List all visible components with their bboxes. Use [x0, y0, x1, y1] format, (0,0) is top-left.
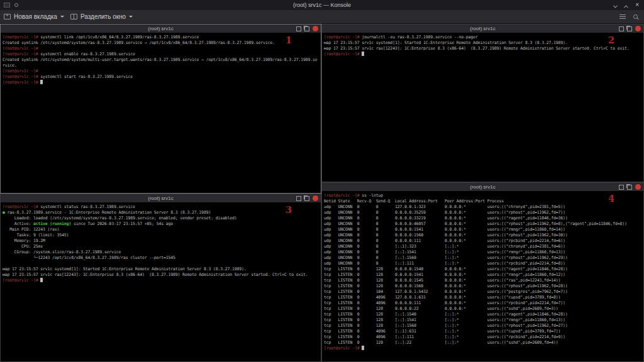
- terminal-line: мар 17 23:15:57 srv1c ras[12243]: 1C:Ent…: [3, 272, 321, 278]
- text-cursor: [40, 278, 43, 282]
- terminal-line: tcp LISTEN 0 4096 127.0.0.1:631 0.0.0.0:…: [324, 295, 643, 300]
- terminal-line: udp UNCONN 0 0 [::1]:323 [::]:* users:((…: [324, 244, 643, 250]
- maximize-pane-icon[interactable]: [296, 196, 301, 201]
- terminal-output[interactable]: 1 [root@srv1c ~]# systemctl link /opt/1c…: [1, 33, 321, 193]
- window-titlebar[interactable]: (root) srv1c — Konsole ×: [0, 0, 644, 10]
- terminal-line: [root@srv1c ~]#: [3, 46, 321, 52]
- terminal-line: tcp LISTEN 0 128 0.0.0.0:1560 0.0.0.0:* …: [324, 283, 643, 289]
- close-pane-icon[interactable]: [313, 26, 318, 31]
- terminal-line: [root@srv1c ~]#: [3, 80, 321, 85]
- maximize-pane-icon[interactable]: [296, 26, 301, 31]
- chevron-down-icon: [129, 16, 133, 18]
- terminal-line: CGroup: /system.slice/ras-8.3.27.1989.se…: [3, 250, 321, 255]
- terminal-line: [root@srv1c ~]# systemctl status ras-8.3…: [3, 204, 321, 210]
- konsole-window: (root) srv1c — Konsole × Новая вкладка Р…: [0, 0, 644, 362]
- annotation-number: 3: [286, 207, 292, 213]
- terminal-line: Loaded: loaded (/etc/systemd/system/ras-…: [3, 216, 321, 221]
- split-pane-area: (root) srv1c 1 [root@srv1c ~]# systemctl…: [0, 24, 644, 362]
- detach-pane-icon[interactable]: [304, 26, 309, 31]
- annotation-number: 1: [286, 38, 292, 43]
- terminal-line: udp UNCONN 0 0 0.0.0.0:46057 0.0.0.0:* u…: [324, 221, 643, 227]
- pane-title: (root) srv1c: [1, 26, 321, 31]
- terminal-line: tcp LISTEN 0 4096 0.0.0.0:111 0.0.0.0:* …: [324, 300, 643, 306]
- terminal-line: rvice.: [3, 63, 321, 69]
- terminal-line: [root@srv1c ~]# systemctl start ras-8.3.…: [3, 74, 321, 80]
- terminal-pane: (root) srv1c 2 [root@srv1c ~]# journalct…: [321, 24, 644, 182]
- new-tab-button[interactable]: Новая вкладка: [4, 13, 64, 20]
- terminal-line: udp UNCONN 0 0 [::]:1541 [::]:* users:((…: [324, 250, 643, 255]
- terminal-line: udp UNCONN 0 0 127.0.0.1:323 0.0.0.0:* u…: [324, 204, 643, 210]
- close-pane-icon[interactable]: [313, 195, 318, 201]
- terminal-line: [root@srv1c ~]#: [3, 69, 321, 74]
- pane-titlebar[interactable]: (root) srv1c: [322, 183, 643, 191]
- terminal-line: мар 17 23:15:57 srv1c ras[12243]: 1C:Ent…: [324, 46, 643, 52]
- search-icon[interactable]: [633, 14, 638, 19]
- minimize-button[interactable]: [614, 0, 617, 11]
- terminal-line: [3, 261, 321, 266]
- close-button[interactable]: ×: [635, 2, 639, 8]
- pane-title: (root) srv1c: [322, 184, 643, 190]
- new-tab-label: Новая вкладка: [14, 13, 57, 20]
- detach-pane-icon[interactable]: [627, 26, 632, 31]
- text-cursor: [362, 346, 364, 350]
- terminal-line: tcp LISTEN 0 128 0.0.0.0:1545 0.0.0.0:* …: [324, 278, 643, 283]
- terminal-line: Netid State Recv-Q Send-Q Local Address:…: [324, 199, 643, 204]
- chevron-down-icon: [60, 16, 64, 18]
- terminal-line: Active: active (running) since Tue 2026-…: [3, 221, 321, 227]
- konsole-app-icon: [4, 3, 10, 8]
- terminal-line: [root@srv1c ~]#: [324, 346, 643, 351]
- terminal-output[interactable]: 3 [root@srv1c ~]# systemctl status ras-8…: [1, 202, 321, 361]
- terminal-line: ● ras-8.3.27.1989.service - 1C:Enterpris…: [3, 210, 321, 216]
- close-pane-icon[interactable]: [635, 26, 641, 31]
- new-tab-icon: [4, 14, 11, 19]
- terminal-line: udp UNCONN 0 0 0.0.0.0:1560 0.0.0.0:* us…: [324, 233, 643, 238]
- terminal-line: мар 17 23:15:57 srv1c systemd[1]: Starte…: [324, 40, 643, 46]
- terminal-line: udp UNCONN 0 0 0.0.0.0:1541 0.0.0.0:* us…: [324, 227, 643, 233]
- terminal-pane: (root) srv1c 4 [root@srv1c ~]# ss -lntup…: [321, 182, 644, 362]
- terminal-line: [root@srv1c ~]#: [324, 52, 643, 57]
- terminal-line: udp UNCONN 0 0 0.0.0.0:33219 0.0.0.0:* u…: [324, 216, 643, 221]
- detach-pane-icon[interactable]: [304, 196, 309, 201]
- window-title: (root) srv1c — Konsole: [0, 2, 644, 8]
- terminal-line: udp UNCONN 0 0 [::]:111 [::]:* users:(("…: [324, 261, 643, 266]
- pane-title: (root) srv1c: [1, 195, 321, 201]
- terminal-line: tcp LISTEN 0 128 [::]:1540 [::]:* users:…: [324, 312, 643, 317]
- split-window-label: Разделить окно: [80, 13, 126, 20]
- terminal-line: [root@srv1c ~]# journalctl -eu ras-8.3.2…: [324, 35, 643, 40]
- terminal-pane: (root) srv1c 3 [root@srv1c ~]# systemctl…: [0, 194, 321, 362]
- terminal-line: [root@srv1c ~]# systemctl enable ras-8.3…: [3, 52, 321, 57]
- chevron-up-icon: [624, 5, 628, 9]
- maximize-button[interactable]: [625, 0, 628, 11]
- terminal-line: [root@srv1c ~]# ss -lntup: [324, 193, 643, 199]
- chevron-down-icon: [613, 4, 618, 8]
- main-toolbar: Новая вкладка Разделить окно: [0, 10, 644, 24]
- pane-titlebar[interactable]: (root) srv1c: [1, 194, 321, 202]
- maximize-pane-icon[interactable]: [619, 185, 624, 190]
- terminal-line: udp UNCONN 0 0 0.0.0.0:111 0.0.0.0:* use…: [324, 238, 643, 244]
- pane-titlebar[interactable]: (root) srv1c: [322, 25, 643, 33]
- text-cursor: [362, 52, 364, 56]
- close-pane-icon[interactable]: [635, 184, 641, 190]
- terminal-line: tcp LISTEN 0 128 [::]:1560 [::]:* users:…: [324, 323, 643, 329]
- terminal-line: └─12243 /opt/1cv8/x86_64/8.3.27.1989/ras…: [3, 255, 321, 261]
- terminal-pane: (root) srv1c 1 [root@srv1c ~]# systemctl…: [0, 24, 321, 194]
- terminal-line: tcp LISTEN 0 4096 [::]:111 [::]:* users:…: [324, 334, 643, 340]
- terminal-line: CPU: 25ms: [3, 244, 321, 250]
- pin-icon[interactable]: [14, 3, 18, 7]
- terminal-line: Created symlink /etc/systemd/system/ras-…: [3, 40, 321, 46]
- terminal-line: tcp LISTEN 0 128 [::]:22 [::]:* users:((…: [324, 340, 643, 346]
- terminal-line: [root@srv1c ~]#: [3, 278, 321, 283]
- split-window-button[interactable]: Разделить окно: [70, 13, 133, 20]
- pane-titlebar[interactable]: (root) srv1c: [1, 25, 321, 33]
- maximize-pane-icon[interactable]: [619, 26, 624, 31]
- text-cursor: [40, 80, 43, 84]
- terminal-line: udp UNCONN 0 0 0.0.0.0:35259 0.0.0.0:* u…: [324, 210, 643, 216]
- hamburger-menu-icon[interactable]: [619, 14, 626, 19]
- detach-pane-icon[interactable]: [627, 185, 632, 190]
- terminal-output[interactable]: 2 [root@srv1c ~]# journalctl -eu ras-8.3…: [322, 33, 643, 182]
- terminal-line: tcp LISTEN 0 128 0.0.0.0:1541 0.0.0.0:* …: [324, 272, 643, 278]
- annotation-number: 2: [608, 38, 614, 43]
- terminal-line: tcp LISTEN 0 128 0.0.0.0:22 0.0.0.0:* us…: [324, 306, 643, 312]
- terminal-output[interactable]: 4 [root@srv1c ~]# ss -lntupNetid State R…: [322, 191, 643, 361]
- terminal-line: tcp LISTEN 0 4096 [::1]:631 [::]:* users…: [324, 329, 643, 334]
